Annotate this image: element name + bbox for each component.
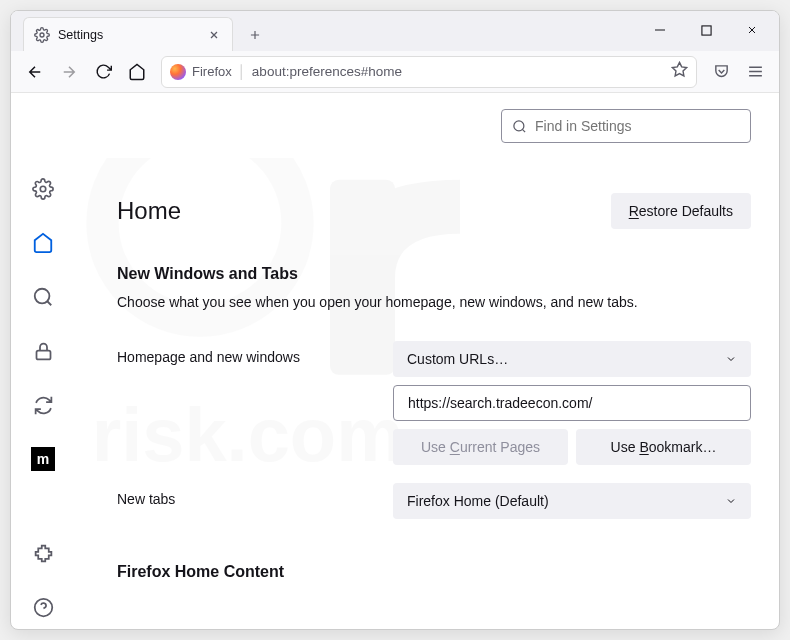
svg-point-8: [34, 598, 52, 616]
sidebar-privacy[interactable]: [27, 335, 59, 367]
section-home-content-title: Firefox Home Content: [117, 563, 751, 581]
use-bookmark-button[interactable]: Use Bookmark…: [576, 429, 751, 465]
homepage-url-value: https://search.tradeecon.com/: [408, 395, 592, 411]
chevron-down-icon: [725, 495, 737, 507]
back-button[interactable]: [19, 56, 51, 88]
sidebar-extensions[interactable]: [27, 537, 59, 569]
svg-rect-3: [701, 25, 710, 34]
identity-label: Firefox: [192, 64, 232, 79]
sidebar-general[interactable]: [27, 173, 59, 205]
sidebar-more[interactable]: m: [27, 443, 59, 475]
main-content: Home Restore Defaults New Windows and Ta…: [75, 93, 779, 629]
menu-button[interactable]: [739, 56, 771, 88]
homepage-dropdown[interactable]: Custom URLs…: [393, 341, 751, 377]
svg-rect-7: [36, 350, 50, 359]
sidebar-home[interactable]: [27, 227, 59, 259]
section-new-windows-title: New Windows and Tabs: [117, 265, 751, 283]
close-tab-button[interactable]: [206, 27, 222, 43]
search-icon: [512, 119, 527, 134]
svg-point-6: [35, 289, 50, 304]
minimize-button[interactable]: [637, 11, 683, 49]
url-bar[interactable]: Firefox │ about:preferences#home: [161, 56, 697, 88]
newtabs-dropdown[interactable]: Firefox Home (Default): [393, 483, 751, 519]
tab-bar: Settings: [11, 11, 779, 51]
section-new-windows-desc: Choose what you see when you open your h…: [117, 293, 751, 313]
newtabs-label: New tabs: [117, 483, 377, 507]
find-in-settings[interactable]: [501, 109, 751, 143]
homepage-label: Homepage and new windows: [117, 341, 377, 365]
close-window-button[interactable]: [729, 11, 775, 49]
pocket-button[interactable]: [705, 56, 737, 88]
sidebar: m: [11, 93, 75, 629]
forward-button[interactable]: [53, 56, 85, 88]
maximize-button[interactable]: [683, 11, 729, 49]
chevron-down-icon: [725, 353, 737, 365]
tab-settings[interactable]: Settings: [23, 17, 233, 51]
homepage-dropdown-value: Custom URLs…: [407, 351, 508, 367]
find-input[interactable]: [535, 118, 740, 134]
use-current-pages-button[interactable]: Use Current Pages: [393, 429, 568, 465]
homepage-url-input[interactable]: https://search.tradeecon.com/: [393, 385, 751, 421]
gear-icon: [34, 27, 50, 43]
sidebar-help[interactable]: [27, 591, 59, 623]
page-title: Home: [117, 197, 181, 225]
reload-button[interactable]: [87, 56, 119, 88]
tab-label: Settings: [58, 28, 198, 42]
new-tab-button[interactable]: [239, 19, 271, 51]
svg-point-9: [514, 120, 524, 130]
svg-marker-4: [672, 62, 686, 75]
sidebar-search[interactable]: [27, 281, 59, 313]
restore-defaults-button[interactable]: Restore Defaults: [611, 193, 751, 229]
bookmark-star-icon[interactable]: [671, 61, 688, 82]
newtabs-dropdown-value: Firefox Home (Default): [407, 493, 549, 509]
svg-point-5: [40, 186, 46, 192]
firefox-logo-icon: [170, 64, 186, 80]
svg-point-2: [40, 33, 44, 37]
sidebar-sync[interactable]: [27, 389, 59, 421]
m-icon: m: [31, 447, 55, 471]
toolbar: Firefox │ about:preferences#home: [11, 51, 779, 93]
url-text: about:preferences#home: [252, 64, 665, 79]
home-button[interactable]: [121, 56, 153, 88]
